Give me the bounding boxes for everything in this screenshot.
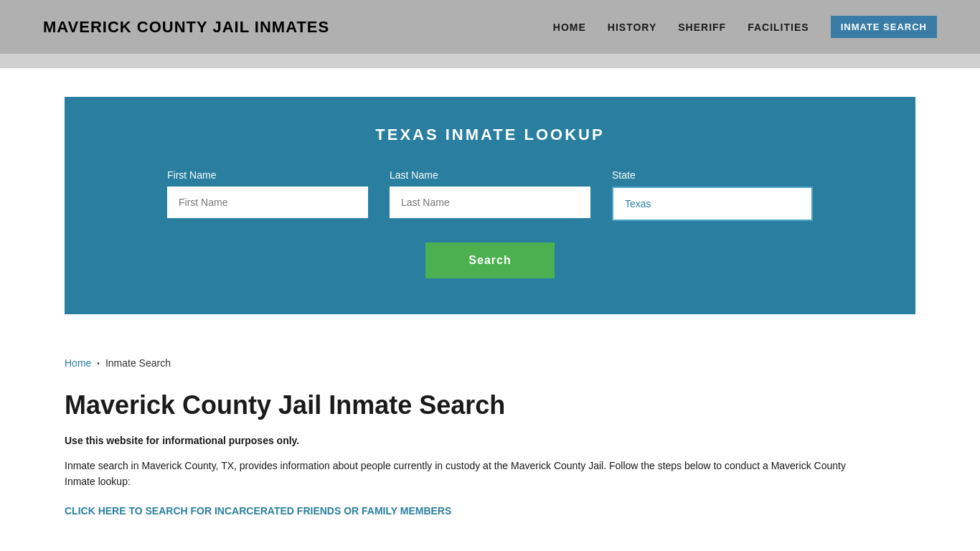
site-title: MAVERICK COUNTY JAIL INMATES bbox=[43, 18, 329, 37]
state-group: State bbox=[612, 169, 813, 221]
last-name-input[interactable] bbox=[390, 187, 590, 218]
first-name-group: First Name bbox=[167, 169, 368, 221]
search-button[interactable]: Search bbox=[425, 242, 554, 278]
nav-facilities[interactable]: FACILITIES bbox=[748, 22, 809, 33]
breadcrumb-home-link[interactable]: Home bbox=[65, 357, 91, 369]
state-input[interactable] bbox=[612, 187, 813, 221]
nav-home[interactable]: HOME bbox=[553, 22, 586, 33]
search-button-container: Search bbox=[108, 242, 872, 278]
page-title: Maverick County Jail Inmate Search bbox=[65, 390, 915, 420]
last-name-group: Last Name bbox=[390, 169, 590, 221]
search-section: TEXAS INMATE LOOKUP First Name Last Name… bbox=[65, 97, 915, 314]
search-section-title: TEXAS INMATE LOOKUP bbox=[108, 126, 872, 144]
header-bottom-strip bbox=[0, 54, 980, 68]
breadcrumb: Home • Inmate Search bbox=[0, 343, 980, 376]
main-content: Maverick County Jail Inmate Search Use t… bbox=[0, 376, 980, 546]
last-name-label: Last Name bbox=[390, 169, 590, 181]
main-nav: HOME HISTORY SHERIFF FACILITIES INMATE S… bbox=[553, 16, 937, 38]
state-label: State bbox=[612, 169, 813, 181]
inmate-search-link[interactable]: CLICK HERE to Search for Incarcerated Fr… bbox=[65, 505, 451, 517]
first-name-label: First Name bbox=[167, 169, 368, 181]
site-header: MAVERICK COUNTY JAIL INMATES HOME HISTOR… bbox=[0, 0, 980, 54]
info-body-text: Inmate search in Maverick County, TX, pr… bbox=[65, 458, 854, 490]
nav-inmate-search[interactable]: INMATE SEARCH bbox=[831, 16, 937, 38]
nav-sheriff[interactable]: SHERIFF bbox=[678, 22, 726, 33]
info-bold-text: Use this website for informational purpo… bbox=[65, 435, 915, 446]
nav-history[interactable]: HISTORY bbox=[608, 22, 656, 33]
search-fields-row: First Name Last Name State bbox=[108, 169, 872, 221]
first-name-input[interactable] bbox=[167, 187, 368, 218]
breadcrumb-separator: • bbox=[97, 359, 100, 367]
breadcrumb-current: Inmate Search bbox=[105, 357, 171, 369]
